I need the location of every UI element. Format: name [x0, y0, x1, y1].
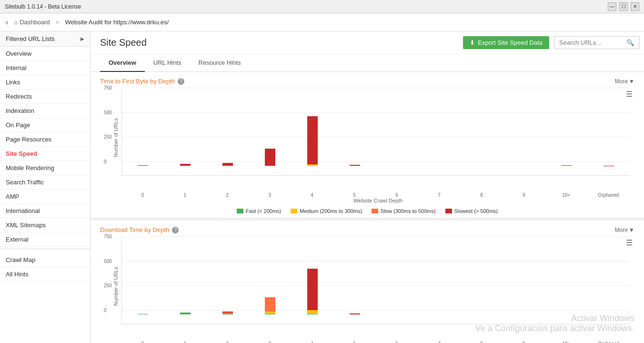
sidebar: Filtered URL Lists ▶ OverviewInternalLin…: [0, 31, 91, 343]
bars-container: [122, 236, 630, 314]
sidebar-item-amp[interactable]: AMP: [0, 190, 90, 204]
sidebar-divider: [0, 249, 90, 249]
chart2-more-button[interactable]: More ▼: [615, 227, 634, 233]
sidebar-item-international[interactable]: International: [0, 204, 90, 218]
bar-group: [291, 116, 333, 166]
bar-segment: [307, 116, 318, 164]
chart2-x-labels: 012345678910+Orphaned: [121, 340, 630, 343]
chart1-help-icon[interactable]: ?: [178, 78, 184, 85]
export-button[interactable]: ⬇ Export Site Speed Data: [463, 36, 549, 49]
chart1-x-axis-title: Website Crawl Depth: [121, 198, 634, 203]
bar-segment: [180, 313, 191, 314]
current-url: Website Audit for https://www.drku.es/: [65, 19, 169, 26]
x-axis-label: 3: [249, 192, 291, 198]
back-button[interactable]: ‹: [6, 18, 8, 27]
bar-segment: [265, 314, 275, 314]
main-layout: Filtered URL Lists ▶ OverviewInternalLin…: [0, 31, 644, 343]
sidebar-filter-header[interactable]: Filtered URL Lists ▶: [0, 31, 90, 47]
x-axis-label: 10+: [545, 192, 587, 198]
bar-stack: [307, 269, 318, 314]
bar-stack: [180, 313, 191, 314]
legend-label: Medium (200ms to 300ms): [300, 208, 362, 214]
sidebar-item-links[interactable]: Links: [0, 75, 90, 90]
bar-stack: [138, 314, 148, 314]
sidebar-item-page-resources[interactable]: Page Resources: [0, 132, 90, 147]
chart2-more-arrow: ▼: [629, 227, 634, 233]
home-icon: ⌂: [14, 19, 18, 26]
bar-segment: [222, 313, 233, 314]
chart2-wrapper: ☰ Number of URLs 0250500750: [100, 236, 634, 336]
search-button[interactable]: 🔍: [626, 39, 634, 46]
chart1-wrapper: ☰ Number of URLs 0250500750: [100, 88, 634, 188]
bar-group: [291, 269, 333, 314]
bar-segment: [265, 297, 275, 312]
chart1-more-button[interactable]: More ▼: [615, 78, 634, 85]
title-bar: Sitebulb 1.0.14 - Beta License — ☐ ✕: [0, 0, 644, 13]
chart2-y-label: Number of URLs: [113, 267, 119, 306]
sidebar-item-search-traffic[interactable]: Search Traffic: [0, 175, 90, 190]
bar-segment: [307, 269, 318, 310]
chart2-help-icon[interactable]: ?: [172, 227, 179, 233]
tab-resource-hints[interactable]: Resource Hints: [190, 54, 250, 72]
bar-group: [164, 164, 207, 166]
chart1-legend: Fast (< 200ms)Medium (200ms to 300ms)Slo…: [100, 205, 634, 218]
x-axis-label: Orphaned: [587, 340, 630, 343]
bar-stack: [350, 165, 360, 166]
bar-group: [249, 149, 291, 166]
legend-label: Slowest (> 500ms): [454, 208, 498, 214]
y-axis-tick-label: 0: [104, 159, 107, 164]
chart1-title: Time to First Byte by Depth ?: [100, 78, 184, 85]
x-axis-label: 8: [460, 192, 503, 198]
chart1-y-label: Number of URLs: [113, 118, 119, 157]
sidebar-item-external[interactable]: External: [0, 232, 90, 247]
maximize-button[interactable]: ☐: [619, 2, 628, 11]
bar-group: [333, 313, 376, 314]
home-label: Dashboard: [20, 19, 50, 26]
tab-url-hints[interactable]: URL Hints: [145, 54, 190, 72]
bar-group: [249, 297, 291, 314]
y-axis-tick-label: 500: [104, 110, 112, 115]
bar-stack: [350, 313, 360, 314]
close-button[interactable]: ✕: [631, 2, 639, 11]
x-axis-label: 4: [291, 192, 333, 198]
legend-label: Fast (< 200ms): [246, 208, 281, 214]
tab-overview[interactable]: Overview: [100, 54, 145, 72]
bar-group: [122, 314, 164, 314]
bar-segment: [138, 314, 148, 314]
sidebar-item-overview[interactable]: Overview: [0, 47, 90, 61]
sidebar-item-mobile-rendering[interactable]: Mobile Rendering: [0, 161, 90, 175]
legend-color-swatch: [237, 209, 243, 213]
x-axis-label: 4: [291, 340, 333, 343]
x-axis-label: 0: [121, 192, 164, 198]
bar-stack: [265, 297, 275, 314]
bar-group: [164, 313, 207, 314]
bar-segment: [307, 164, 318, 166]
page-title: Site Speed: [100, 37, 147, 48]
home-nav[interactable]: ⌂ Dashboard: [14, 19, 50, 26]
sidebar-item-internal[interactable]: Internal: [0, 61, 90, 75]
bar-stack: [265, 149, 275, 166]
minimize-button[interactable]: —: [608, 2, 616, 11]
legend-item: Slowest (> 500ms): [445, 208, 498, 214]
y-axis-tick-label: 750: [104, 234, 112, 239]
sidebar-item-all-hints[interactable]: All Hints: [0, 267, 90, 282]
window-controls: — ☐ ✕: [608, 2, 639, 11]
nav-separator: >: [56, 19, 60, 26]
sidebar-item-site-speed[interactable]: Site Speed: [0, 147, 90, 161]
legend-label: Slow (300ms to 500ms): [381, 208, 436, 214]
sidebar-item-indexation[interactable]: Indexation: [0, 104, 90, 118]
sidebar-bottom-nav: Crawl MapAll Hints: [0, 251, 90, 282]
sidebar-item-on-page[interactable]: On Page: [0, 118, 90, 132]
bar-stack: [180, 164, 191, 166]
chart2-area: 0250500750: [121, 236, 630, 324]
bar-stack: [561, 165, 572, 166]
sidebar-item-crawl-map[interactable]: Crawl Map: [0, 253, 90, 267]
bar-segment: [561, 165, 572, 166]
app-title: Sitebulb 1.0.14 - Beta License: [5, 3, 81, 10]
x-axis-label: 0: [121, 340, 164, 343]
sidebar-item-xml-sitemaps[interactable]: XML Sitemaps: [0, 218, 90, 232]
legend-item: Fast (< 200ms): [237, 208, 281, 214]
sidebar-item-redirects[interactable]: Redirects: [0, 90, 90, 104]
y-axis-tick-label: 250: [104, 134, 112, 140]
bar-segment: [265, 149, 275, 166]
